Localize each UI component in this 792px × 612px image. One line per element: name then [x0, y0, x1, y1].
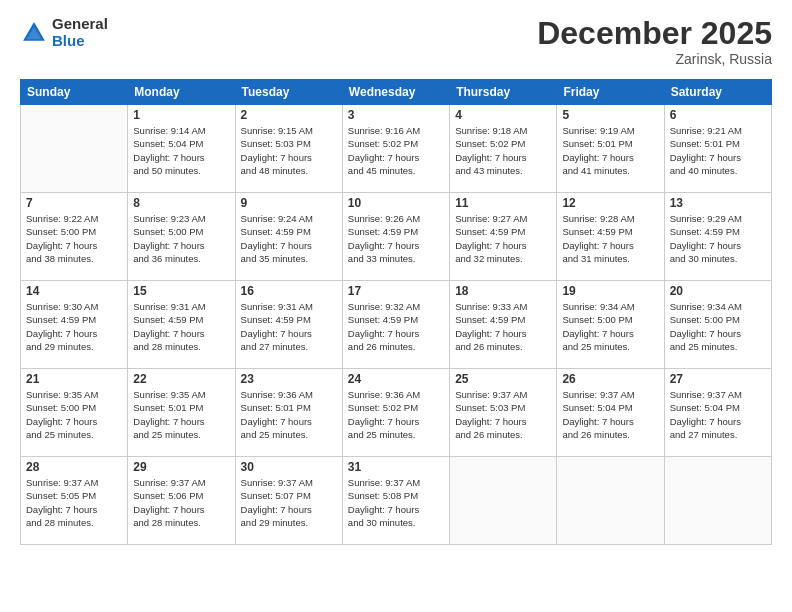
- day-number: 11: [455, 196, 551, 210]
- day-number: 25: [455, 372, 551, 386]
- day-info: Sunrise: 9:30 AMSunset: 4:59 PMDaylight:…: [26, 300, 122, 353]
- logo-general: General: [52, 16, 108, 33]
- header-row: Sunday Monday Tuesday Wednesday Thursday…: [21, 80, 772, 105]
- day-cell: 9Sunrise: 9:24 AMSunset: 4:59 PMDaylight…: [235, 193, 342, 281]
- day-info: Sunrise: 9:36 AMSunset: 5:02 PMDaylight:…: [348, 388, 444, 441]
- day-info: Sunrise: 9:27 AMSunset: 4:59 PMDaylight:…: [455, 212, 551, 265]
- day-info: Sunrise: 9:35 AMSunset: 5:00 PMDaylight:…: [26, 388, 122, 441]
- day-number: 7: [26, 196, 122, 210]
- day-cell: 13Sunrise: 9:29 AMSunset: 4:59 PMDayligh…: [664, 193, 771, 281]
- day-info: Sunrise: 9:33 AMSunset: 4:59 PMDaylight:…: [455, 300, 551, 353]
- day-cell: 8Sunrise: 9:23 AMSunset: 5:00 PMDaylight…: [128, 193, 235, 281]
- day-cell: 10Sunrise: 9:26 AMSunset: 4:59 PMDayligh…: [342, 193, 449, 281]
- day-number: 17: [348, 284, 444, 298]
- day-cell: 26Sunrise: 9:37 AMSunset: 5:04 PMDayligh…: [557, 369, 664, 457]
- day-number: 5: [562, 108, 658, 122]
- day-number: 24: [348, 372, 444, 386]
- day-info: Sunrise: 9:37 AMSunset: 5:03 PMDaylight:…: [455, 388, 551, 441]
- day-cell: 14Sunrise: 9:30 AMSunset: 4:59 PMDayligh…: [21, 281, 128, 369]
- day-number: 21: [26, 372, 122, 386]
- day-info: Sunrise: 9:34 AMSunset: 5:00 PMDaylight:…: [562, 300, 658, 353]
- month-title: December 2025: [537, 16, 772, 51]
- week-row-5: 28Sunrise: 9:37 AMSunset: 5:05 PMDayligh…: [21, 457, 772, 545]
- week-row-1: 1Sunrise: 9:14 AMSunset: 5:04 PMDaylight…: [21, 105, 772, 193]
- day-number: 30: [241, 460, 337, 474]
- day-cell: 21Sunrise: 9:35 AMSunset: 5:00 PMDayligh…: [21, 369, 128, 457]
- location-subtitle: Zarinsk, Russia: [537, 51, 772, 67]
- day-cell: 28Sunrise: 9:37 AMSunset: 5:05 PMDayligh…: [21, 457, 128, 545]
- col-sunday: Sunday: [21, 80, 128, 105]
- day-number: 13: [670, 196, 766, 210]
- day-cell: 20Sunrise: 9:34 AMSunset: 5:00 PMDayligh…: [664, 281, 771, 369]
- day-number: 29: [133, 460, 229, 474]
- logo-icon: [20, 19, 48, 47]
- day-info: Sunrise: 9:14 AMSunset: 5:04 PMDaylight:…: [133, 124, 229, 177]
- day-cell: 22Sunrise: 9:35 AMSunset: 5:01 PMDayligh…: [128, 369, 235, 457]
- day-cell: 2Sunrise: 9:15 AMSunset: 5:03 PMDaylight…: [235, 105, 342, 193]
- day-number: 14: [26, 284, 122, 298]
- day-cell: 23Sunrise: 9:36 AMSunset: 5:01 PMDayligh…: [235, 369, 342, 457]
- day-number: 8: [133, 196, 229, 210]
- day-cell: 19Sunrise: 9:34 AMSunset: 5:00 PMDayligh…: [557, 281, 664, 369]
- col-tuesday: Tuesday: [235, 80, 342, 105]
- day-info: Sunrise: 9:23 AMSunset: 5:00 PMDaylight:…: [133, 212, 229, 265]
- col-wednesday: Wednesday: [342, 80, 449, 105]
- calendar-table: Sunday Monday Tuesday Wednesday Thursday…: [20, 79, 772, 545]
- day-cell: [450, 457, 557, 545]
- day-cell: 5Sunrise: 9:19 AMSunset: 5:01 PMDaylight…: [557, 105, 664, 193]
- day-cell: 24Sunrise: 9:36 AMSunset: 5:02 PMDayligh…: [342, 369, 449, 457]
- day-number: 16: [241, 284, 337, 298]
- day-info: Sunrise: 9:35 AMSunset: 5:01 PMDaylight:…: [133, 388, 229, 441]
- day-cell: 31Sunrise: 9:37 AMSunset: 5:08 PMDayligh…: [342, 457, 449, 545]
- day-cell: 1Sunrise: 9:14 AMSunset: 5:04 PMDaylight…: [128, 105, 235, 193]
- day-number: 27: [670, 372, 766, 386]
- day-cell: 12Sunrise: 9:28 AMSunset: 4:59 PMDayligh…: [557, 193, 664, 281]
- logo-text: General Blue: [52, 16, 108, 49]
- day-number: 18: [455, 284, 551, 298]
- day-number: 4: [455, 108, 551, 122]
- day-number: 22: [133, 372, 229, 386]
- header: General Blue December 2025 Zarinsk, Russ…: [20, 16, 772, 67]
- day-info: Sunrise: 9:37 AMSunset: 5:06 PMDaylight:…: [133, 476, 229, 529]
- day-info: Sunrise: 9:22 AMSunset: 5:00 PMDaylight:…: [26, 212, 122, 265]
- day-cell: 30Sunrise: 9:37 AMSunset: 5:07 PMDayligh…: [235, 457, 342, 545]
- day-info: Sunrise: 9:28 AMSunset: 4:59 PMDaylight:…: [562, 212, 658, 265]
- col-friday: Friday: [557, 80, 664, 105]
- day-info: Sunrise: 9:34 AMSunset: 5:00 PMDaylight:…: [670, 300, 766, 353]
- day-info: Sunrise: 9:16 AMSunset: 5:02 PMDaylight:…: [348, 124, 444, 177]
- day-number: 23: [241, 372, 337, 386]
- day-cell: [664, 457, 771, 545]
- day-number: 2: [241, 108, 337, 122]
- day-cell: 6Sunrise: 9:21 AMSunset: 5:01 PMDaylight…: [664, 105, 771, 193]
- day-number: 15: [133, 284, 229, 298]
- day-number: 1: [133, 108, 229, 122]
- day-cell: 17Sunrise: 9:32 AMSunset: 4:59 PMDayligh…: [342, 281, 449, 369]
- day-info: Sunrise: 9:37 AMSunset: 5:04 PMDaylight:…: [562, 388, 658, 441]
- day-info: Sunrise: 9:31 AMSunset: 4:59 PMDaylight:…: [133, 300, 229, 353]
- calendar-page: General Blue December 2025 Zarinsk, Russ…: [0, 0, 792, 612]
- day-info: Sunrise: 9:37 AMSunset: 5:08 PMDaylight:…: [348, 476, 444, 529]
- day-info: Sunrise: 9:36 AMSunset: 5:01 PMDaylight:…: [241, 388, 337, 441]
- day-number: 10: [348, 196, 444, 210]
- day-info: Sunrise: 9:15 AMSunset: 5:03 PMDaylight:…: [241, 124, 337, 177]
- day-number: 6: [670, 108, 766, 122]
- day-cell: 7Sunrise: 9:22 AMSunset: 5:00 PMDaylight…: [21, 193, 128, 281]
- day-info: Sunrise: 9:21 AMSunset: 5:01 PMDaylight:…: [670, 124, 766, 177]
- day-cell: 4Sunrise: 9:18 AMSunset: 5:02 PMDaylight…: [450, 105, 557, 193]
- day-cell: 3Sunrise: 9:16 AMSunset: 5:02 PMDaylight…: [342, 105, 449, 193]
- day-info: Sunrise: 9:19 AMSunset: 5:01 PMDaylight:…: [562, 124, 658, 177]
- col-saturday: Saturday: [664, 80, 771, 105]
- week-row-4: 21Sunrise: 9:35 AMSunset: 5:00 PMDayligh…: [21, 369, 772, 457]
- day-cell: [21, 105, 128, 193]
- day-info: Sunrise: 9:29 AMSunset: 4:59 PMDaylight:…: [670, 212, 766, 265]
- day-cell: 15Sunrise: 9:31 AMSunset: 4:59 PMDayligh…: [128, 281, 235, 369]
- logo-blue: Blue: [52, 33, 108, 50]
- day-number: 9: [241, 196, 337, 210]
- col-thursday: Thursday: [450, 80, 557, 105]
- day-number: 12: [562, 196, 658, 210]
- week-row-2: 7Sunrise: 9:22 AMSunset: 5:00 PMDaylight…: [21, 193, 772, 281]
- logo: General Blue: [20, 16, 108, 49]
- day-cell: 11Sunrise: 9:27 AMSunset: 4:59 PMDayligh…: [450, 193, 557, 281]
- day-number: 20: [670, 284, 766, 298]
- day-info: Sunrise: 9:31 AMSunset: 4:59 PMDaylight:…: [241, 300, 337, 353]
